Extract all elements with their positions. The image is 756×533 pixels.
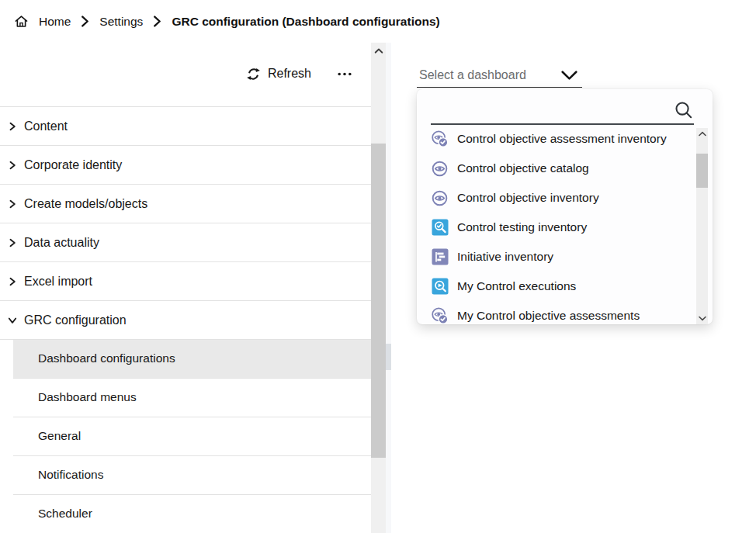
option-control-objective-assessment-inventory[interactable]: Control objective assessment inventory [417,124,697,154]
settings-tree: Content Corporate identity Create models… [0,106,371,533]
sidebar-subitem-scheduler[interactable]: Scheduler [0,494,371,533]
eye-check-icon [431,307,449,325]
eye-icon [431,189,449,207]
option-control-objective-catalog[interactable]: Control objective catalog [417,154,697,183]
refresh-icon [246,67,261,81]
pane-scrollbar-thumb[interactable] [386,344,391,370]
sidebar-subitem-notifications[interactable]: Notifications [0,455,371,494]
breadcrumb-settings[interactable]: Settings [99,15,143,29]
chevron-right-icon [7,161,17,170]
sidebar-item-corporate-identity[interactable]: Corporate identity [0,145,371,184]
sidebar-subitem-dashboard-menus[interactable]: Dashboard menus [0,378,371,417]
dashboard-select[interactable]: Select a dashboard [417,64,582,88]
scroll-up-icon[interactable] [699,131,706,137]
option-my-control-objective-assessments[interactable]: My Control objective assessments [417,301,697,324]
dashboard-select-placeholder: Select a dashboard [419,68,526,82]
option-label: My Control executions [457,279,576,293]
pane-scrollbar[interactable] [386,43,391,533]
sidebar-item-label: Corporate identity [24,158,122,172]
sidebar-scrollbar[interactable] [371,43,386,533]
sidebar-item-excel-import[interactable]: Excel import [0,261,371,300]
sidebar-item-content[interactable]: Content [0,106,371,145]
refresh-button-label: Refresh [268,67,311,81]
eye-check-icon [431,130,449,148]
settings-sidebar: Refresh Content Corporate identity [0,43,371,533]
search-icon[interactable] [674,100,694,120]
sidebar-subitem-label: Notifications [38,468,103,482]
option-label: Control testing inventory [457,220,587,234]
sidebar-item-label: Data actuality [24,236,99,250]
chevron-right-icon [81,16,89,27]
breadcrumb-current-page: GRC configuration (Dashboard configurati… [172,15,439,29]
dropdown-search [431,94,694,125]
chevron-right-icon [7,277,17,286]
breadcrumb-home[interactable]: Home [39,15,71,29]
option-label: Initiative inventory [457,250,553,264]
magnifier-play-icon [431,278,449,296]
magnifier-check-icon [431,219,449,237]
chevron-down-icon [561,71,577,81]
overflow-menu-button[interactable] [336,69,353,79]
option-initiative-inventory[interactable]: Initiative inventory [417,242,697,272]
sidebar-subitem-dashboard-configurations[interactable]: Dashboard configurations [0,339,371,378]
eye-icon [431,160,449,178]
sidebar-item-label: Content [24,119,68,133]
sidebar-subitem-label: Dashboard menus [38,390,137,404]
scroll-down-icon[interactable] [699,316,706,321]
option-label: My Control objective assessments [457,309,640,323]
sidebar-item-data-actuality[interactable]: Data actuality [0,223,371,261]
sidebar-item-label: Create models/objects [24,197,147,211]
chevron-down-icon [7,316,17,325]
breadcrumb: Home Settings GRC configuration (Dashboa… [0,0,756,43]
dropdown-options: Control objective assessment inventory C… [417,124,697,324]
chevron-right-icon [153,16,161,27]
chevron-right-icon [7,238,17,247]
sidebar-item-label: Excel import [24,275,92,289]
refresh-button[interactable]: Refresh [246,67,311,81]
scroll-up-icon[interactable] [374,48,383,54]
option-label: Control objective inventory [457,191,599,205]
option-label: Control objective assessment inventory [457,132,667,146]
dashboard-dropdown: Control objective assessment inventory C… [417,89,713,324]
gantt-icon [431,248,449,266]
option-my-control-executions[interactable]: My Control executions [417,272,697,301]
chevron-right-icon [7,122,17,131]
sidebar-subitem-label: Dashboard configurations [38,351,175,365]
dropdown-search-input[interactable] [431,97,668,122]
sidebar-scrollbar-thumb[interactable] [371,144,386,458]
sidebar-subitem-general[interactable]: General [0,417,371,455]
ellipsis-icon [338,72,352,76]
home-icon[interactable] [14,14,29,29]
sidebar-item-create-models-objects[interactable]: Create models/objects [0,184,371,223]
option-label: Control objective catalog [457,161,589,175]
option-control-testing-inventory[interactable]: Control testing inventory [417,213,697,242]
option-control-objective-inventory[interactable]: Control objective inventory [417,183,697,213]
dropdown-scrollbar-thumb[interactable] [696,154,708,188]
sidebar-subitem-label: Scheduler [38,507,92,521]
dropdown-scrollbar[interactable] [696,128,708,324]
sidebar-item-label: GRC configuration [24,313,127,327]
chevron-right-icon [7,199,17,209]
sidebar-item-grc-configuration[interactable]: GRC configuration [0,300,371,339]
sidebar-subitem-label: General [38,429,81,443]
sidebar-toolbar: Refresh [246,64,353,83]
